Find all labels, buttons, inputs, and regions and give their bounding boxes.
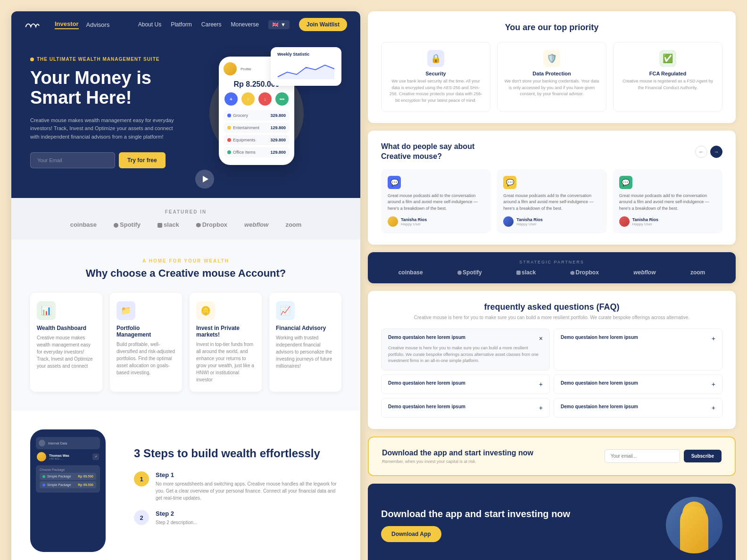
author-info-3: Tanisha Rios Happy User xyxy=(632,217,658,226)
badge-dot xyxy=(30,58,34,61)
logo[interactable] xyxy=(25,20,40,29)
faq-title: frequently asked questions (FAQ) xyxy=(381,302,722,312)
testimonial-author-1: Tanisha Rios Happy User xyxy=(388,216,484,227)
why-section-tag: A HOME FOR YOUR WEALTH xyxy=(30,258,341,264)
why-section: A HOME FOR YOUR WEALTH Why choose a Crea… xyxy=(11,239,360,411)
step-2-number: 2 xyxy=(134,510,149,525)
download-email-input[interactable] xyxy=(605,449,680,463)
play-button[interactable] xyxy=(195,170,214,189)
spotify-logo: Spotify xyxy=(114,221,141,228)
priority-security-title: Security xyxy=(388,71,483,76)
download-banner-text: Download the app and start investing now… xyxy=(381,508,570,542)
faq-question-1: Demo questaion here lorem ipsum xyxy=(388,335,465,340)
phone-actions: + ↑ ↓ ••• xyxy=(224,92,290,106)
faq-item-5[interactable]: Demo questaion here lorem ipsum + xyxy=(381,398,550,418)
steps-section: Internet Data Thomas Was +62 822..... ↗ … xyxy=(11,411,360,560)
testimonial-text-2: Great mouse podcasts add to the conversa… xyxy=(503,193,600,212)
testimonial-next-button[interactable]: → xyxy=(710,146,722,158)
feature-name-3: Financial Advisory xyxy=(276,325,335,331)
hero-cta-button[interactable]: Try for free xyxy=(119,152,166,168)
faq-toggle-3[interactable]: + xyxy=(539,380,543,388)
navbar: Investor Advisors About Us Platform Care… xyxy=(11,11,360,38)
nav-about-link[interactable]: About Us xyxy=(138,21,161,28)
author-avatar-2 xyxy=(503,216,514,227)
featured-label: FEATURED IN xyxy=(30,209,341,214)
subscribe-button[interactable]: Subscribe xyxy=(684,450,722,462)
download-app-button[interactable]: Download App xyxy=(381,526,441,542)
feature-name-2: Invest in Private markets! xyxy=(196,325,255,338)
testimonials-header: What do people say about Creative mouse?… xyxy=(381,142,722,162)
download-cta-form: Subscribe xyxy=(605,449,722,463)
faq-toggle-2[interactable]: + xyxy=(712,335,715,342)
testimonial-prev-button[interactable]: ← xyxy=(695,146,707,158)
features-grid: 📊 Wealth Dashboard Creative mouse makes … xyxy=(30,293,341,392)
chart-title: Weekly Statistic xyxy=(277,52,335,57)
faq-item-6[interactable]: Demo questaion here lorem ipsum + xyxy=(554,398,722,418)
faq-section: frequently asked questions (FAQ) Creativ… xyxy=(368,291,736,429)
download-cta-desc: Remember, when you invest your capital i… xyxy=(382,459,533,464)
phone-action-recv[interactable]: ↓ xyxy=(258,92,272,106)
partners-logos: coinbase Spotify slack Dropbox webflow z… xyxy=(381,269,722,276)
steps-phone-frame: Internet Data Thomas Was +62 822..... ↗ … xyxy=(30,429,106,552)
download-cta-text: Download the app and start investing now… xyxy=(382,449,533,464)
partner-coinbase: coinbase xyxy=(398,269,423,276)
package-item-2: Simple Package Rp 99.500 xyxy=(40,481,96,488)
phone-action-more[interactable]: ••• xyxy=(275,92,289,106)
faq-toggle-1[interactable]: × xyxy=(539,335,543,342)
faq-toggle-4[interactable]: + xyxy=(712,380,715,388)
priority-security: 🔒 Security We use bank level security al… xyxy=(381,42,490,112)
phone-action-add[interactable]: + xyxy=(224,92,238,106)
download-cta-section: Download the app and start investing now… xyxy=(368,436,736,476)
featured-logos: coinbase Spotify slack Dropbox webflow z… xyxy=(30,221,341,228)
package-item-1: Simple Package Rp 99.500 xyxy=(40,473,96,480)
hero-email-input[interactable] xyxy=(30,152,115,168)
feature-icon-markets: 🪙 xyxy=(196,301,215,320)
testimonial-cards: 💬 Great mouse podcasts add to the conver… xyxy=(381,169,722,234)
nav-platform-link[interactable]: Platform xyxy=(171,21,192,28)
faq-item-2[interactable]: Demo questaion here lorem ipsum + xyxy=(554,329,722,371)
nav-investor-link[interactable]: Investor xyxy=(55,20,79,29)
author-name-3: Tanisha Rios xyxy=(632,217,658,222)
phone-avatar xyxy=(224,62,237,75)
feature-wealth-dashboard: 📊 Wealth Dashboard Creative mouse makes … xyxy=(30,293,102,392)
left-panel: Investor Advisors About Us Platform Care… xyxy=(11,11,360,560)
testimonial-card-2: 💬 Great mouse podcasts add to the conver… xyxy=(497,169,606,234)
testimonial-text-3: Great mouse podcasts add to the conversa… xyxy=(619,193,716,212)
nav-moneverse-link[interactable]: Moneverse xyxy=(231,21,259,28)
feature-financial-advisory: 📈 Financial Advisory Working with truste… xyxy=(269,293,341,392)
feature-desc-1: Build profitable, well-diversified and r… xyxy=(116,341,175,376)
step-2-title: Step 2 xyxy=(156,510,197,517)
faq-answer-1: Creative mouse is here for you to make s… xyxy=(388,345,543,364)
steps-phone-header: Internet Data xyxy=(36,437,100,449)
phone-action-send[interactable]: ↑ xyxy=(241,92,255,106)
nav-product-links: Investor Advisors xyxy=(55,20,109,29)
hero-description: Creative mouse makes wealth management e… xyxy=(30,116,181,141)
priority-fca: ✅ FCA Regulated Creative mouse is regist… xyxy=(613,42,722,112)
nav-careers-link[interactable]: Careers xyxy=(201,21,222,28)
priority-data-protection-title: Data Protection xyxy=(504,71,599,76)
step-2: 2 Step 2 Step 2 description... xyxy=(134,510,341,526)
testimonial-author-2: Tanisha Rios Happy User xyxy=(503,216,600,227)
chart-card: Weekly Statistic xyxy=(271,47,341,86)
language-selector[interactable]: 🇬🇧 ▼ xyxy=(268,20,290,29)
author-role-1: Happy User xyxy=(401,222,427,226)
faq-item-1[interactable]: Demo questaion here lorem ipsum × Creati… xyxy=(381,329,550,371)
why-section-title: Why choose a Creative mouse Account? xyxy=(30,267,341,280)
coinbase-logo: coinbase xyxy=(70,221,97,228)
nav-advisors-link[interactable]: Advisors xyxy=(86,21,110,28)
author-name-1: Tanisha Rios xyxy=(401,217,427,222)
author-avatar-1 xyxy=(388,216,398,227)
testimonial-text-1: Great mouse podcasts add to the conversa… xyxy=(388,193,484,212)
testimonial-card-1: 💬 Great mouse podcasts add to the conver… xyxy=(381,169,491,234)
hero-section: THE ULTIMATE WEALTH MANAGEMENT SUITE You… xyxy=(11,38,360,198)
faq-item-4[interactable]: Demo questaion here lorem ipsum + xyxy=(554,374,722,394)
nav-main-links: About Us Platform Careers Moneverse 🇬🇧 ▼… xyxy=(138,18,347,31)
faq-toggle-6[interactable]: + xyxy=(712,404,715,412)
faq-toggle-5[interactable]: + xyxy=(539,404,543,412)
join-waitlist-button[interactable]: Join Waitlist xyxy=(299,18,347,31)
step-2-content: Step 2 Step 2 description... xyxy=(156,510,197,526)
testimonial-quote-icon-1: 💬 xyxy=(388,176,401,189)
feature-name-0: Wealth Dashboard xyxy=(37,325,96,331)
steps-phone-profile: Thomas Was +62 822..... ↗ xyxy=(36,452,100,461)
faq-item-3[interactable]: Demo questaion here lorem ipsum + xyxy=(381,374,550,394)
